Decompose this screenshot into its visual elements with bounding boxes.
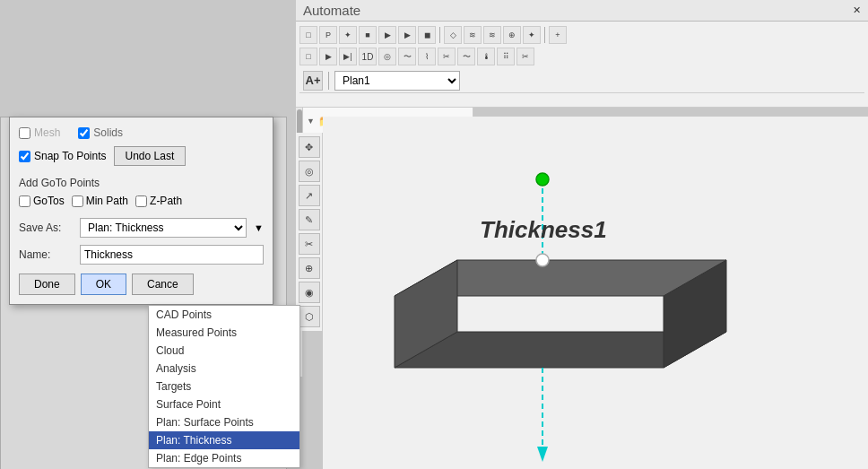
snap-label: Snap To Points	[34, 150, 107, 162]
expand-icon: ▼	[307, 117, 315, 126]
dropdown-measured-points[interactable]: Measured Points	[149, 324, 299, 342]
plan-row: A+ Plan1	[299, 68, 864, 93]
tool-hatch2[interactable]: ≋	[483, 26, 501, 44]
mesh-solids-row: Mesh Solids	[19, 126, 264, 139]
ok-button[interactable]: OK	[81, 274, 126, 295]
dropdown-plan-surface-points[interactable]: Plan: Surface Points	[149, 413, 299, 431]
min-path-label: Min Path	[86, 195, 128, 207]
tool-radio[interactable]: ◉	[299, 282, 320, 303]
viewport-toolbar: □ P ✦ ■ ▶ ▶ ◼ ◇ ≋ ≋ ⊕ ✦ + □ ▶ ▶| 1D ◎ 〜 …	[296, 22, 868, 108]
tool-circle2[interactable]: ⊕	[299, 257, 320, 279]
dialog-body: Mesh Solids Snap To Points Undo Last Add…	[10, 117, 273, 304]
undo-last-button[interactable]: Undo Last	[114, 146, 187, 166]
tool-p[interactable]: P	[319, 26, 337, 44]
svg-point-5	[536, 173, 549, 186]
tool-cut[interactable]: ✂	[516, 48, 534, 65]
divider2	[544, 27, 545, 43]
tool-sparkle[interactable]: ✦	[523, 26, 541, 44]
close-btn[interactable]: ✕	[853, 4, 861, 16]
tool-scissors2[interactable]: ✂	[299, 233, 320, 255]
dropdown-cloud[interactable]: Cloud	[149, 342, 299, 360]
tool-r2[interactable]: ▶	[319, 48, 337, 65]
svg-text:Thickness1: Thickness1	[480, 216, 607, 243]
min-path-item: Min Path	[72, 195, 128, 207]
dropdown-plan-edge-points[interactable]: Plan: Edge Points	[149, 449, 299, 467]
save-as-select[interactable]: Plan: Thickness	[80, 218, 247, 238]
z-path-label: Z-Path	[150, 195, 182, 207]
dialog-buttons: Done OK Cance	[19, 274, 264, 295]
done-button[interactable]: Done	[19, 274, 75, 295]
tool-scissors[interactable]: ✂	[438, 48, 456, 65]
tool-r3[interactable]: ▶|	[339, 48, 357, 65]
gotos-item: GoTos	[19, 195, 65, 207]
tool-wave2[interactable]: 〜	[457, 48, 475, 65]
tool-1d[interactable]: 1D	[359, 48, 377, 65]
name-row: Name:	[19, 245, 264, 265]
gotos-label: GoTos	[33, 195, 65, 207]
gotos-checkbox[interactable]	[19, 195, 30, 207]
tool-grid[interactable]: ⠿	[497, 48, 515, 65]
viewport-3d: Thickness1	[323, 117, 868, 469]
tool-path[interactable]: ⌇	[418, 48, 436, 65]
name-field-label: Name:	[19, 248, 73, 261]
z-path-checkbox[interactable]	[135, 195, 147, 207]
add-goto-section: Add GoTo Points GoTos Min Path Z-Path	[19, 177, 264, 207]
dropdown-cad-points[interactable]: CAD Points	[149, 306, 299, 324]
snap-checkbox-item: Snap To Points	[19, 150, 107, 162]
svg-point-6	[536, 254, 549, 266]
save-as-dropdown-arrow[interactable]: ▼	[254, 222, 264, 233]
tool-arrow[interactable]: ↗	[299, 185, 320, 206]
solids-checkbox-item: Solids	[78, 126, 123, 139]
tool-stop[interactable]: ◼	[418, 26, 436, 44]
tool-pencil[interactable]: ✎	[299, 209, 320, 230]
name-input[interactable]	[80, 245, 264, 265]
tool-target[interactable]: ◎	[299, 161, 320, 182]
solids-checkbox[interactable]	[78, 127, 90, 139]
mesh-label: Mesh	[34, 126, 60, 139]
tool-cross[interactable]: ✥	[299, 136, 320, 158]
snap-checkbox[interactable]	[19, 151, 30, 162]
dialog: Mesh Solids Snap To Points Undo Last Add…	[9, 117, 273, 305]
tool-copy[interactable]: □	[299, 26, 317, 44]
tool-tag[interactable]: ◇	[444, 26, 462, 44]
tool-circle[interactable]: ◎	[378, 48, 396, 65]
divider	[439, 27, 440, 43]
dropdown-plan-thickness[interactable]: Plan: Thickness	[149, 431, 299, 449]
cancel-button[interactable]: Cance	[132, 274, 194, 295]
z-path-item: Z-Path	[135, 195, 182, 207]
solids-label: Solids	[93, 126, 123, 139]
save-as-field-label: Save As:	[19, 221, 73, 234]
toolbar-row-2: □ ▶ ▶| 1D ◎ 〜 ⌇ ✂ 〜 🌡 ⠿ ✂	[299, 47, 864, 66]
tool-wave[interactable]: 〜	[398, 48, 416, 65]
app-header: Automate ✕	[296, 0, 868, 22]
snap-row: Snap To Points Undo Last	[19, 146, 264, 166]
tool-play2[interactable]: ▶	[398, 26, 416, 44]
tool-star[interactable]: ✦	[339, 26, 357, 44]
tool-plus[interactable]: ⊕	[503, 26, 521, 44]
tool-play[interactable]: ▶	[378, 26, 396, 44]
3d-scene: Thickness1	[323, 117, 861, 469]
tool-hex[interactable]: ⬡	[299, 306, 320, 327]
toolbar-row-1: □ P ✦ ■ ▶ ▶ ◼ ◇ ≋ ≋ ⊕ ✦ +	[299, 25, 864, 45]
tool-temp[interactable]: 🌡	[477, 48, 495, 65]
plan-select[interactable]: Plan1	[334, 71, 460, 91]
mesh-checkbox-item: Mesh	[19, 126, 60, 139]
add-goto-label: Add GoTo Points	[19, 177, 264, 189]
tool-r1[interactable]: □	[299, 48, 317, 65]
dropdown-targets[interactable]: Targets	[149, 378, 299, 395]
save-as-row: Save As: Plan: Thickness ▼	[19, 218, 264, 238]
mesh-checkbox[interactable]	[19, 127, 30, 139]
svg-marker-8	[537, 447, 548, 462]
tool-add[interactable]: +	[549, 26, 567, 44]
save-as-dropdown-menu: CAD Points Measured Points Cloud Analysi…	[148, 305, 300, 468]
tool-hatch[interactable]: ≋	[464, 26, 482, 44]
dropdown-surface-point[interactable]: Surface Point	[149, 395, 299, 413]
app-title: Automate	[303, 3, 360, 18]
goto-row: GoTos Min Path Z-Path	[19, 195, 264, 207]
dropdown-analysis[interactable]: Analysis	[149, 360, 299, 378]
tool-square[interactable]: ■	[359, 26, 377, 44]
left-vertical-toolbar: ✥ ◎ ↗ ✎ ✂ ⊕ ◉ ⬡	[296, 133, 323, 331]
plan-a-button[interactable]: A+	[303, 71, 323, 91]
divider3	[328, 72, 329, 90]
min-path-checkbox[interactable]	[72, 195, 83, 207]
